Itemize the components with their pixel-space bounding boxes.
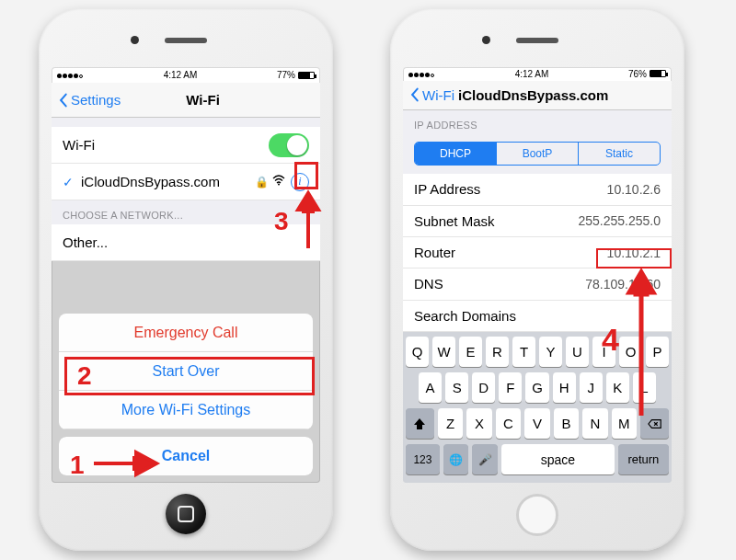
emergency-call-option[interactable]: Emergency Call [59, 314, 313, 352]
key-q[interactable]: Q [406, 337, 429, 367]
network-name: iCloudDnsBypass.com [81, 174, 255, 189]
wifi-toggle[interactable] [269, 133, 309, 157]
more-wifi-option[interactable]: More Wi-Fi Settings [59, 391, 313, 429]
speaker [516, 38, 558, 43]
router-label: Router [414, 245, 607, 260]
key-g[interactable]: G [525, 372, 548, 403]
signal-dots-icon [408, 69, 435, 79]
ip-address-row[interactable]: IP Address 10.10.2.6 [403, 174, 672, 205]
key-f[interactable]: F [499, 372, 522, 403]
annotation-arrow-1 [92, 447, 158, 484]
key-c[interactable]: C [496, 408, 521, 439]
ip-address-value: 10.10.2.6 [607, 182, 661, 197]
chevron-left-icon [57, 93, 69, 108]
key-r[interactable]: R [486, 337, 509, 367]
chevron-left-icon [408, 87, 420, 102]
back-label: Wi-Fi [422, 87, 454, 103]
key-t[interactable]: T [512, 337, 535, 367]
key-s[interactable]: S [445, 372, 468, 403]
key-y[interactable]: Y [539, 337, 562, 367]
ip-mode-segmented: DHCP BootP Static [414, 142, 661, 166]
emergency-call-label: Emergency Call [134, 325, 238, 341]
lock-icon: 🔒 [255, 176, 269, 189]
status-bar: 4:12 AM 77% [52, 67, 320, 83]
more-wifi-label: More Wi-Fi Settings [121, 402, 250, 418]
shift-key[interactable] [406, 408, 434, 439]
back-button[interactable]: Wi-Fi [408, 87, 454, 103]
annotation-arrow-4 [624, 270, 659, 421]
wifi-icon [272, 175, 285, 189]
status-time: 4:12 AM [515, 69, 549, 79]
battery-percent: 76% [628, 69, 647, 79]
page-title: iCloudDnsBypass.com [458, 87, 608, 103]
wifi-toggle-row: Wi-Fi [52, 127, 320, 164]
home-button[interactable] [516, 494, 558, 536]
nav-bar: Settings Wi-Fi [52, 83, 320, 118]
key-h[interactable]: H [553, 372, 576, 403]
key-e[interactable]: E [459, 337, 482, 367]
battery-icon [298, 72, 315, 79]
speaker [165, 38, 207, 43]
ip-address-label: IP Address [414, 181, 607, 197]
key-u[interactable]: U [566, 337, 589, 367]
annotation-number-3: 3 [274, 207, 289, 236]
signal-dots-icon [57, 70, 84, 80]
key-n[interactable]: N [582, 408, 607, 439]
mic-key[interactable]: 🎤 [472, 444, 498, 474]
screen-left: 4:12 AM 77% Settings Wi-Fi Wi-Fi ✓ iClou… [52, 67, 320, 483]
subnet-mask-label: Subnet Mask [414, 213, 578, 229]
tab-dhcp[interactable]: DHCP [415, 143, 496, 165]
battery-icon [650, 70, 666, 77]
front-camera [131, 36, 139, 44]
key-x[interactable]: X [466, 408, 491, 439]
key-a[interactable]: A [419, 372, 442, 403]
cancel-label: Cancel [162, 448, 210, 464]
nav-bar: Wi-Fi iCloudDnsBypass.com [403, 81, 672, 111]
annotation-number-1: 1 [70, 451, 85, 480]
connected-network-row[interactable]: ✓ iCloudDnsBypass.com 🔒 i [52, 164, 320, 200]
dns-label: DNS [414, 276, 585, 291]
key-z[interactable]: Z [438, 408, 463, 439]
home-button[interactable] [166, 494, 206, 534]
annotation-box-2 [64, 357, 315, 395]
numeric-key[interactable]: 123 [406, 444, 440, 474]
key-w[interactable]: W [432, 337, 455, 367]
annotation-number-4: 4 [602, 322, 619, 358]
return-key[interactable]: return [618, 444, 669, 474]
front-camera [482, 36, 490, 44]
tab-static[interactable]: Static [578, 143, 660, 165]
checkmark-icon: ✓ [63, 175, 74, 189]
annotation-box-3 [294, 162, 318, 189]
status-time: 4:12 AM [164, 70, 198, 80]
key-v[interactable]: V [524, 408, 549, 439]
space-key[interactable]: space [501, 444, 615, 474]
key-j[interactable]: J [580, 372, 603, 403]
subnet-mask-value: 255.255.255.0 [578, 213, 661, 228]
key-b[interactable]: B [554, 408, 579, 439]
ip-address-section: IP ADDRESS [403, 110, 672, 134]
svg-point-0 [278, 184, 280, 186]
status-bar: 4:12 AM 76% [403, 67, 672, 81]
globe-key[interactable]: 🌐 [443, 444, 469, 474]
page-title: Wi-Fi [91, 92, 315, 108]
key-d[interactable]: D [472, 372, 495, 403]
annotation-number-2: 2 [77, 361, 92, 391]
annotation-box-4 [596, 248, 672, 269]
wifi-toggle-label: Wi-Fi [63, 137, 269, 153]
battery-percent: 77% [277, 70, 295, 80]
subnet-mask-row[interactable]: Subnet Mask 255.255.255.0 [403, 206, 672, 237]
other-label: Other... [63, 234, 309, 250]
annotation-arrow-3 [293, 191, 324, 254]
tab-bootp[interactable]: BootP [496, 143, 578, 165]
